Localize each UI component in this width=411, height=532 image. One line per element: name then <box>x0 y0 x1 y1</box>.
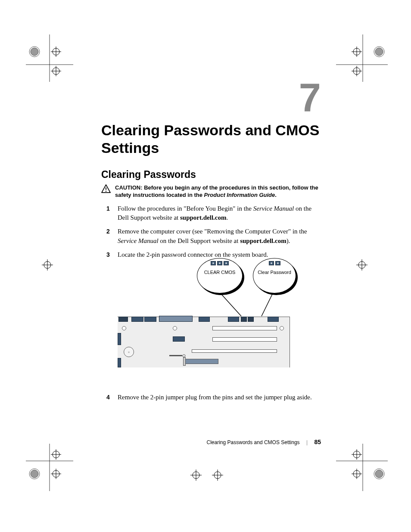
caution-block: CAUTION: Before you begin any of the pro… <box>101 184 321 199</box>
battery-icon: + <box>124 347 134 357</box>
caution-icon <box>101 184 111 193</box>
connector-icon <box>268 317 279 322</box>
connector-icon <box>118 333 121 345</box>
chip-icon <box>173 336 185 342</box>
svg-line-54 <box>221 293 241 316</box>
callout-pointer-icon <box>219 292 245 318</box>
svg-point-19 <box>375 48 383 56</box>
crop-mark-icon <box>185 469 228 482</box>
svg-point-35 <box>31 470 38 478</box>
motherboard-diagram: CLEAR CMOS Clear Password <box>118 256 290 373</box>
crop-mark-icon <box>26 34 73 82</box>
crop-mark-icon <box>26 444 73 491</box>
connector-icon <box>228 317 239 322</box>
footer-separator: | <box>306 439 308 445</box>
callout-clear-cmos: CLEAR CMOS <box>197 258 243 293</box>
page-content: 7 Clearing Passwords and CMOS Settings C… <box>101 78 321 407</box>
page-footer: Clearing Passwords and CMOS Settings | 8… <box>101 439 321 445</box>
jumper-3pin-icon <box>199 261 240 265</box>
svg-point-57 <box>183 355 185 357</box>
svg-point-1 <box>31 48 38 56</box>
slot-icon <box>185 359 218 364</box>
svg-line-55 <box>262 293 273 316</box>
connector-icon <box>144 317 156 322</box>
crop-mark-icon <box>351 258 373 271</box>
section-title: Clearing Passwords <box>101 169 321 180</box>
step-4: Remove the 2-pin jumper plug from the pi… <box>101 393 321 402</box>
caution-label: CAUTION: <box>115 184 143 191</box>
caution-text: CAUTION: Before you begin any of the pro… <box>115 184 321 199</box>
connector-icon <box>199 317 210 322</box>
connector-icon <box>131 317 143 322</box>
callout-pointer-icon <box>260 292 277 318</box>
mounting-hole-icon <box>280 326 284 330</box>
mounting-hole-icon <box>173 326 177 330</box>
jumper-2pin-icon <box>255 261 294 265</box>
footer-title: Clearing Passwords and CMOS Settings <box>207 439 300 445</box>
component-icon <box>169 353 187 359</box>
crop-mark-icon <box>336 444 388 491</box>
page-number: 85 <box>314 439 321 445</box>
crop-mark-icon <box>37 258 58 271</box>
connector-icon <box>159 316 193 322</box>
crop-mark-icon <box>336 34 388 82</box>
callout-clear-password: Clear Password <box>253 258 296 293</box>
connector-icon <box>118 358 121 367</box>
svg-rect-56 <box>169 355 182 356</box>
callout-label: Clear Password <box>255 270 294 275</box>
connector-icon <box>248 317 254 322</box>
mounting-hole-icon <box>122 326 126 330</box>
slot-icon <box>212 326 277 330</box>
svg-point-51 <box>375 470 383 478</box>
slot-icon <box>212 337 277 342</box>
chapter-title: Clearing Passwords and CMOS Settings <box>101 121 321 157</box>
step-1: Follow the procedures in "Before You Beg… <box>101 204 321 223</box>
connector-icon <box>118 317 128 322</box>
callout-label: CLEAR CMOS <box>199 270 240 275</box>
slot-icon <box>192 349 277 353</box>
connector-icon <box>241 317 247 322</box>
chapter-number: 7 <box>101 78 321 117</box>
svg-point-53 <box>106 190 106 191</box>
step-2: Remove the computer cover (see "Removing… <box>101 227 321 246</box>
